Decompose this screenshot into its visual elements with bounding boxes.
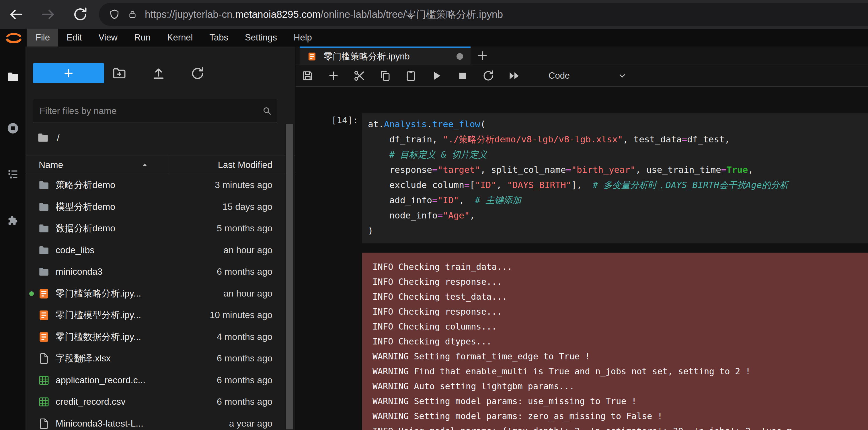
file-browser-panel: / Name Last Modified 策略分析demo3 minutes a… <box>26 47 296 430</box>
tracking-shield-icon[interactable] <box>109 9 120 20</box>
jupyterlab-menubar: FileEditViewRunKernelTabsSettingsHelp <box>0 29 868 47</box>
upload-button[interactable] <box>151 66 166 81</box>
sort-ascending-icon[interactable] <box>141 161 149 169</box>
column-header-name[interactable]: Name <box>39 156 63 174</box>
cell-type-dropdown[interactable]: Code <box>549 70 627 81</box>
menu-item-view[interactable]: View <box>90 29 126 47</box>
insert-cell-button[interactable] <box>327 69 340 82</box>
file-icon <box>38 418 50 430</box>
lock-icon[interactable] <box>128 9 137 19</box>
restart-icon <box>482 69 495 82</box>
address-bar[interactable]: https://jupyterlab-cn.metanoia8295.com/o… <box>99 3 868 26</box>
file-modified: a year ago <box>229 413 272 430</box>
fast-forward-icon <box>508 69 521 82</box>
code-line: exclude_column=["ID", "DAYS_BIRTH"], # 多… <box>368 177 868 193</box>
csv-icon <box>38 396 50 408</box>
code-line: at.Analysis.tree_flow( <box>368 117 868 132</box>
cut-cells-button[interactable] <box>353 69 366 82</box>
jupyter-logo-icon <box>3 30 24 45</box>
file-row[interactable]: credit_record.csv6 months ago <box>26 391 296 413</box>
interrupt-kernel-button[interactable] <box>456 69 469 82</box>
restart-run-all-button[interactable] <box>508 69 521 82</box>
csv-icon <box>38 374 50 386</box>
output-line: WARNING Setting format_time_edge to True… <box>372 349 868 364</box>
copy-icon <box>379 69 392 82</box>
file-name: 零门槛策略分析.ipy... <box>56 283 141 304</box>
cell-stderr-output: INFO Checking train_data...INFO Checking… <box>362 253 868 430</box>
file-name: application_record.c... <box>56 369 145 391</box>
sidebar-tab-files[interactable] <box>6 70 20 84</box>
file-row[interactable]: 字段翻译.xlsx6 months ago <box>26 348 296 369</box>
new-folder-button[interactable] <box>112 66 127 81</box>
file-row[interactable]: application_record.c...6 months ago <box>26 369 296 391</box>
output-line: INFO Checking train_data... <box>372 259 868 275</box>
new-launcher-button[interactable] <box>33 63 104 83</box>
file-row[interactable]: 策略分析demo3 minutes ago <box>26 174 296 196</box>
menu-item-file[interactable]: File <box>27 29 58 47</box>
browser-back-button[interactable] <box>8 6 24 22</box>
file-row[interactable]: 模型分析demo15 days ago <box>26 196 296 218</box>
output-line: INFO Checking test_data... <box>372 289 868 304</box>
output-line: WARNING Find that enable_multi is True a… <box>372 364 868 379</box>
scissors-icon <box>353 69 366 82</box>
running-kernel-indicator <box>29 291 34 296</box>
file-row[interactable]: miniconda36 months ago <box>26 261 296 283</box>
menu-item-help[interactable]: Help <box>285 29 320 47</box>
notebook-tab[interactable]: 零门槛策略分析.ipynb <box>300 47 471 65</box>
sidebar-tab-toc[interactable] <box>6 168 20 181</box>
code-line: # 目标定义 & 切片定义 <box>368 147 868 162</box>
file-name: 零门槛数据分析.ipy... <box>56 326 141 348</box>
column-header-modified[interactable]: Last Modified <box>168 156 296 174</box>
code-line: df_train, "./策略分析demo/v8-lgb/v8-lgb.xlsx… <box>368 132 868 147</box>
url-text: https://jupyterlab-cn.metanoia8295.com/o… <box>145 8 503 21</box>
output-line: INFO Checking columns... <box>372 319 868 334</box>
plus-icon <box>63 67 74 79</box>
breadcrumb[interactable]: / <box>37 130 59 145</box>
copy-cells-button[interactable] <box>379 69 392 82</box>
refresh-file-list-button[interactable] <box>190 66 205 81</box>
breadcrumb-root[interactable]: / <box>57 132 59 144</box>
file-name: credit_record.csv <box>56 391 126 412</box>
browser-reload-button[interactable] <box>72 6 88 22</box>
file-modified: 6 months ago <box>217 391 272 412</box>
file-name: 策略分析demo <box>56 174 115 196</box>
restart-kernel-button[interactable] <box>482 69 495 82</box>
output-line: INFO Using model params: {'max_depth': 3… <box>372 424 868 430</box>
code-cell-editor[interactable]: at.Analysis.tree_flow( df_train, "./策略分析… <box>362 113 868 243</box>
tab-dirty-indicator[interactable] <box>457 53 463 60</box>
file-row[interactable]: code_libsan hour ago <box>26 239 296 261</box>
file-row[interactable]: 零门槛数据分析.ipy...4 months ago <box>26 326 296 348</box>
file-row[interactable]: 零门槛模型分析.ipy...10 minutes ago <box>26 304 296 326</box>
notebook-icon <box>307 52 317 61</box>
menubar-items: FileEditViewRunKernelTabsSettingsHelp <box>27 29 320 47</box>
save-icon <box>301 69 314 82</box>
menu-item-settings[interactable]: Settings <box>237 29 285 47</box>
save-button[interactable] <box>301 69 314 82</box>
file-row[interactable]: 数据分析demo5 months ago <box>26 218 296 239</box>
browser-toolbar: https://jupyterlab-cn.metanoia8295.com/o… <box>0 0 868 29</box>
back-arrow-icon <box>8 6 24 22</box>
file-modified: an hour ago <box>223 239 272 261</box>
file-row[interactable]: 零门槛策略分析.ipy...an hour ago <box>26 283 296 305</box>
menu-item-edit[interactable]: Edit <box>58 29 90 47</box>
paste-cells-button[interactable] <box>405 69 417 82</box>
new-tab-button[interactable] <box>476 49 489 62</box>
file-row[interactable]: Miniconda3-latest-L...a year ago <box>26 413 296 430</box>
menu-item-run[interactable]: Run <box>126 29 159 47</box>
filter-files-input[interactable] <box>33 99 277 123</box>
upload-icon <box>151 66 166 81</box>
menu-item-kernel[interactable]: Kernel <box>159 29 201 47</box>
menu-item-tabs[interactable]: Tabs <box>201 29 237 47</box>
output-line: INFO Checking dtypes... <box>372 334 868 349</box>
code-line: node_info="Age", <box>368 208 868 223</box>
folder-icon <box>38 201 50 213</box>
run-cell-button[interactable] <box>430 69 443 82</box>
scrollbar-thumb[interactable] <box>286 124 293 429</box>
file-modified: 4 months ago <box>217 326 272 348</box>
browser-forward-button[interactable] <box>40 6 56 22</box>
sidebar-tab-running[interactable] <box>6 122 20 135</box>
file-modified: 5 months ago <box>217 218 272 239</box>
stop-circle-icon <box>6 122 20 135</box>
folder-icon <box>37 132 49 144</box>
sidebar-tab-extensions[interactable] <box>6 214 20 228</box>
